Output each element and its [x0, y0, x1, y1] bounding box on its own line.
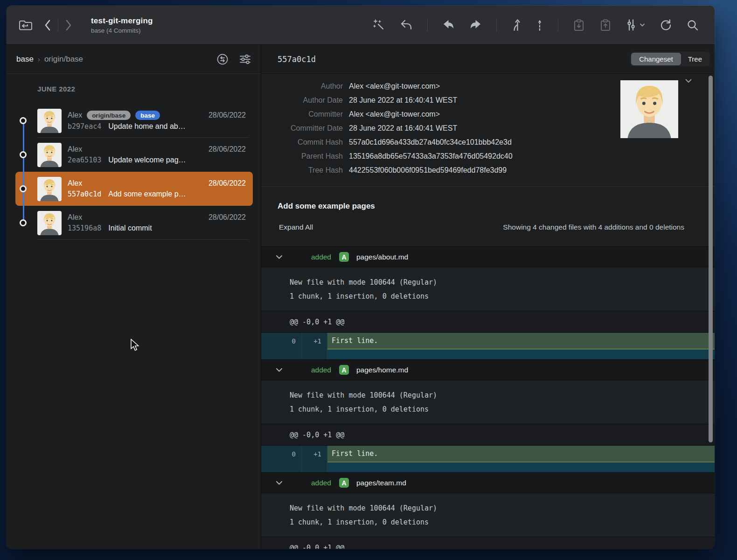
file-header[interactable]: added A pages/team.md: [261, 472, 715, 493]
compare-button[interactable]: [216, 53, 229, 65]
vertical-sliders-icon: [626, 19, 636, 31]
expand-all-button[interactable]: Expand All: [278, 223, 313, 231]
commit-row[interactable]: Alex origin/base base 28/06/2022 b297eac…: [15, 104, 253, 138]
commit-detail-panel: 557a0c1d Changeset Tree AuthorAlex <alex…: [261, 45, 715, 549]
diff-line-empty: [261, 462, 715, 472]
breadcrumb: base › origin/base: [16, 55, 83, 64]
diff-line-added: 0 +1 First line.: [261, 333, 715, 350]
collapse-metadata-button[interactable]: [685, 78, 692, 84]
file-header[interactable]: added A pages/home.md: [261, 359, 715, 380]
push-button[interactable]: [469, 19, 482, 31]
file-header[interactable]: added A pages/about.md: [261, 246, 715, 267]
breadcrumb-separator-icon: ›: [38, 55, 40, 63]
field-label: Tree Hash: [261, 166, 343, 175]
commit-graph-node: [20, 219, 27, 226]
commit-hash: b297eac4: [68, 122, 101, 131]
remote-branch-badge[interactable]: origin/base: [87, 111, 131, 120]
rebase-dashed-arrow-icon: [536, 19, 543, 31]
author-avatar-large: [619, 80, 679, 138]
hunk-header: @@ -0,0 +1 @@: [261, 537, 715, 549]
field-value: 28 June 2022 at 16:40:41 WEST: [343, 124, 457, 133]
diff-line-text: First line.: [327, 333, 715, 350]
breadcrumb-branch[interactable]: base: [16, 55, 34, 64]
filter-button[interactable]: [239, 53, 251, 65]
file-section: added A pages/team.md New file with mode…: [261, 472, 715, 549]
repository-list-button[interactable]: [18, 18, 34, 32]
refresh-button[interactable]: [660, 19, 672, 31]
field-value: 135196a8db65e57433a3a7353fa476d05492dc40: [343, 152, 513, 161]
services-button[interactable]: [626, 19, 645, 31]
chevron-down-icon: [685, 78, 692, 84]
sidebar-top-bar: base › origin/base: [7, 45, 261, 74]
new-line-number: [302, 462, 327, 472]
diff-line-text: [327, 462, 715, 472]
app-window: test-git-merging base (4 Commits): [7, 6, 715, 549]
commit-row-selected[interactable]: Alex 28/06/2022 557a0c1d Add some exampl…: [15, 172, 253, 206]
file-status: added: [283, 253, 331, 261]
chevron-down-icon: [640, 23, 645, 27]
field-value: Alex <alex@git-tower.com>: [343, 82, 440, 91]
field-value: 557a0c1d696a433db27a4b0fc34ce101bbb42e3d: [343, 138, 512, 147]
added-badge-icon: A: [339, 365, 349, 375]
tab-changeset[interactable]: Changeset: [631, 53, 681, 65]
undo-button[interactable]: [400, 19, 413, 31]
diff-line-empty: [261, 350, 715, 359]
file-stats-line: 1 chunk, 1 insertion, 0 deletions: [290, 402, 715, 416]
commit-row[interactable]: Alex 28/06/2022 2ea65103 Update welcome …: [15, 138, 253, 172]
field-value: 4422553f060b006f0951bed59469fedd78fe3d99: [343, 166, 507, 175]
commit-list: JUNE 2022 Alex origin/base base 28/06/20…: [7, 74, 261, 549]
tab-tree[interactable]: Tree: [681, 53, 709, 65]
file-mode-line: New file with mode 100644 (Regular): [290, 275, 715, 289]
commit-hash: 135196a8: [68, 224, 101, 232]
toolbar-divider: [558, 19, 558, 31]
commit-graph-node: [20, 117, 27, 124]
magic-wand-icon: [373, 19, 385, 31]
commit-date: 28/06/2022: [209, 213, 246, 222]
back-button[interactable]: [44, 19, 51, 31]
commit-message: Update home and ab…: [108, 122, 185, 131]
local-branch-badge[interactable]: base: [135, 111, 160, 120]
file-path: pages/team.md: [356, 479, 406, 487]
file-stats-line: 1 chunk, 1 insertion, 0 deletions: [290, 289, 715, 303]
chevron-right-icon: [65, 19, 72, 31]
window-title-block: test-git-merging base (4 Commits): [91, 16, 153, 34]
scrollbar-thumb[interactable]: [709, 76, 713, 442]
commit-row[interactable]: Alex 28/06/2022 135196a8 Initial commit: [15, 206, 253, 240]
file-info: New file with mode 100644 (Regular) 1 ch…: [261, 380, 715, 424]
avatar: [37, 109, 62, 133]
search-button[interactable]: [687, 19, 699, 31]
view-mode-segmented-control: Changeset Tree: [630, 52, 710, 66]
merge-button[interactable]: [511, 19, 521, 31]
added-badge-icon: A: [339, 252, 349, 262]
chevron-left-icon: [44, 19, 51, 31]
field-label: Parent Hash: [261, 152, 343, 161]
clipboard-up-icon: [599, 19, 612, 32]
commit-graph-node-selected: [20, 185, 27, 192]
new-line-number: +1: [302, 333, 327, 350]
quick-actions-button[interactable]: [373, 19, 385, 31]
stash-apply-button[interactable]: [599, 19, 612, 32]
forward-button[interactable]: [65, 19, 72, 31]
chevron-down-icon: [276, 253, 283, 261]
diff-line-text: First line.: [327, 446, 715, 462]
file-mode-line: New file with mode 100644 (Regular): [290, 501, 715, 515]
changed-files-summary: Showing 4 changed files with 4 additions…: [503, 223, 684, 231]
commit-author: Alex: [68, 145, 82, 154]
file-path: pages/about.md: [356, 253, 408, 261]
file-stats-line: 1 chunk, 1 insertion, 0 deletions: [290, 515, 715, 529]
commit-date: 28/06/2022: [209, 145, 246, 154]
filled-arrow-right-icon: [469, 19, 482, 31]
field-value: 28 June 2022 at 16:40:41 WEST: [343, 96, 457, 105]
breadcrumb-remote[interactable]: origin/base: [44, 55, 83, 64]
pull-button[interactable]: [442, 19, 455, 31]
stash-save-button[interactable]: [573, 19, 585, 32]
undo-arrow-icon: [400, 19, 413, 31]
field-label: Author: [261, 82, 343, 91]
commit-hash: 557a0c1d: [68, 190, 101, 198]
commit-date: 28/06/2022: [209, 111, 246, 119]
detail-header: 557a0c1d Changeset Tree: [261, 45, 715, 74]
rebase-button[interactable]: [536, 19, 543, 31]
detail-short-hash: 557a0c1d: [278, 55, 316, 64]
old-line-number: 0: [261, 333, 302, 350]
file-section: added A pages/about.md New file with mod…: [261, 246, 715, 359]
